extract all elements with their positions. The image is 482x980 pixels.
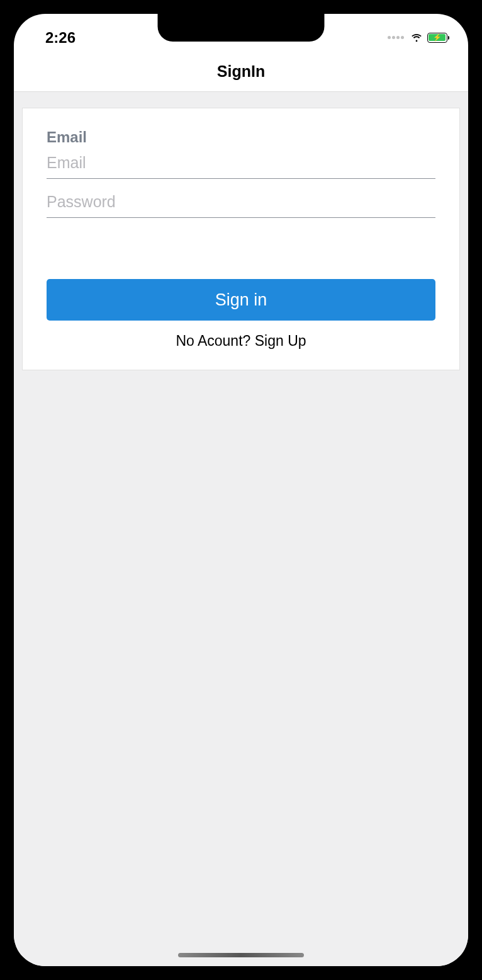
device-notch (158, 14, 325, 42)
home-indicator[interactable] (178, 953, 304, 957)
page-title: SignIn (217, 62, 265, 81)
password-input[interactable] (47, 193, 435, 211)
content-area: Email Sign in No Acount? Sign Up (14, 92, 468, 966)
signup-link[interactable]: No Acount? Sign Up (47, 330, 435, 352)
wifi-icon (410, 30, 423, 46)
battery-icon: ⚡ (427, 33, 450, 43)
signin-card: Email Sign in No Acount? Sign Up (22, 108, 460, 370)
email-label: Email (47, 128, 435, 146)
signin-button[interactable]: Sign in (47, 279, 435, 321)
navigation-header: SignIn (14, 52, 468, 92)
status-time: 2:26 (33, 29, 76, 47)
email-input[interactable] (47, 154, 435, 172)
cellular-signal-icon (388, 36, 404, 39)
